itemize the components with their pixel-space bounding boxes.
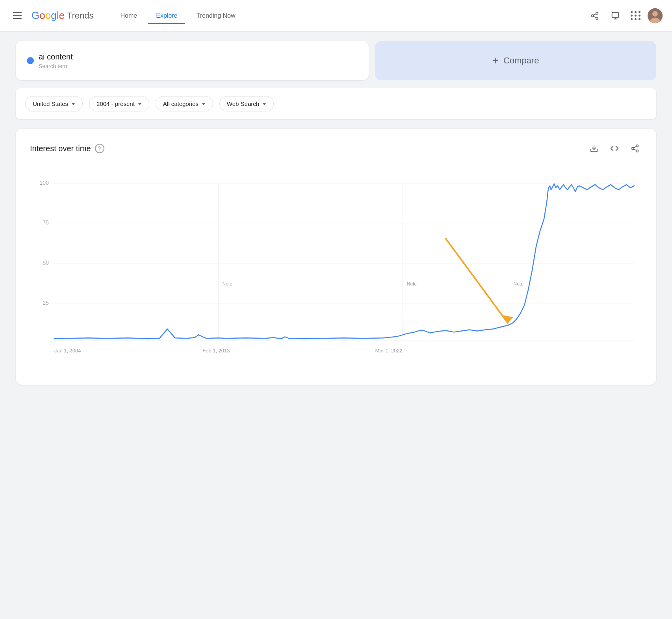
chart-line	[54, 184, 634, 339]
compare-button[interactable]: + Compare	[375, 41, 656, 80]
filters-row: United States 2004 - present All categor…	[16, 88, 656, 119]
help-icon-label: ?	[98, 145, 101, 152]
help-icon-button[interactable]: ?	[95, 144, 104, 153]
svg-line-16	[634, 146, 636, 148]
header: Google Trends Home Explore Trending Now	[0, 0, 672, 32]
share-button[interactable]	[586, 7, 603, 24]
header-left: Google Trends	[9, 8, 94, 24]
svg-point-9	[652, 11, 658, 17]
search-term-type: Search term	[39, 63, 73, 69]
x-label-2022: Mar 1, 2022	[375, 348, 403, 354]
user-avatar[interactable]	[648, 8, 663, 23]
y-label-100: 100	[40, 180, 49, 186]
chart-title-group: Interest over time ?	[30, 144, 104, 153]
svg-rect-5	[612, 12, 619, 17]
compare-label-text: Compare	[503, 56, 539, 66]
apps-grid-icon	[631, 11, 641, 20]
chart-section: Interest over time ?	[16, 129, 656, 385]
period-filter-label: 2004 - present	[97, 100, 135, 107]
apps-button[interactable]	[627, 7, 644, 24]
x-label-2013: Feb 1, 2013	[202, 348, 230, 354]
search-row: ai content Search term + Compare	[16, 41, 656, 80]
feedback-button[interactable]	[607, 7, 624, 24]
chart-actions	[587, 141, 642, 156]
logo-g: G	[32, 9, 39, 21]
annotation-arrow-line	[446, 239, 508, 323]
header-right	[586, 7, 663, 24]
compare-plus-icon: +	[492, 54, 499, 67]
region-filter-label: United States	[33, 100, 68, 107]
logo-g2: g	[51, 9, 56, 21]
chart-header: Interest over time ?	[30, 141, 642, 156]
chart-container: 100 75 50 25 Note Note Note Jan	[30, 168, 642, 374]
share-icon	[590, 11, 599, 20]
y-label-75: 75	[43, 219, 49, 226]
category-chevron-icon	[202, 103, 206, 105]
logo-trends-text: Trends	[67, 11, 94, 21]
google-trends-logo[interactable]: Google Trends	[32, 9, 94, 22]
search-term-value: ai content	[39, 52, 73, 61]
interest-over-time-chart: 100 75 50 25 Note Note Note Jan	[30, 168, 642, 372]
svg-line-15	[634, 149, 636, 150]
region-filter[interactable]: United States	[25, 96, 83, 111]
svg-line-4	[594, 13, 596, 15]
search-type-chevron-icon	[262, 103, 266, 105]
search-text-group: ai content Search term	[39, 52, 73, 69]
note-label-2: Note	[407, 281, 417, 287]
svg-line-3	[594, 16, 596, 18]
avatar-image	[648, 8, 663, 23]
y-label-25: 25	[43, 300, 49, 306]
category-filter-label: All categories	[163, 100, 199, 107]
embed-chart-button[interactable]	[607, 141, 622, 156]
period-chevron-icon	[138, 103, 142, 105]
nav-explore[interactable]: Explore	[148, 8, 185, 23]
y-label-50: 50	[43, 259, 49, 266]
category-filter[interactable]: All categories	[156, 96, 213, 111]
download-icon	[590, 144, 598, 153]
region-chevron-icon	[71, 103, 75, 105]
search-term-dot	[27, 57, 34, 64]
share-chart-icon	[631, 144, 639, 153]
share-chart-button[interactable]	[628, 141, 642, 156]
logo-o2: o	[45, 9, 51, 21]
download-chart-button[interactable]	[587, 141, 601, 156]
logo-o1: o	[39, 9, 45, 21]
note-label-1: Note	[222, 281, 232, 287]
x-label-2004: Jan 1, 2004	[54, 348, 81, 354]
chart-title: Interest over time	[30, 144, 91, 153]
period-filter[interactable]: 2004 - present	[89, 96, 149, 111]
main-content: ai content Search term + Compare United …	[0, 32, 672, 394]
nav-trending-now[interactable]: Trending Now	[188, 8, 243, 23]
hamburger-menu-button[interactable]	[9, 8, 25, 24]
nav-home[interactable]: Home	[113, 8, 145, 23]
feedback-icon	[611, 11, 620, 20]
note-label-3: Note	[514, 281, 524, 287]
search-type-filter[interactable]: Web Search	[219, 96, 274, 111]
search-type-filter-label: Web Search	[227, 100, 259, 107]
logo-e: e	[59, 9, 64, 21]
embed-icon	[610, 144, 619, 153]
search-term-box[interactable]: ai content Search term	[16, 41, 369, 80]
header-nav: Home Explore Trending Now	[113, 8, 243, 23]
